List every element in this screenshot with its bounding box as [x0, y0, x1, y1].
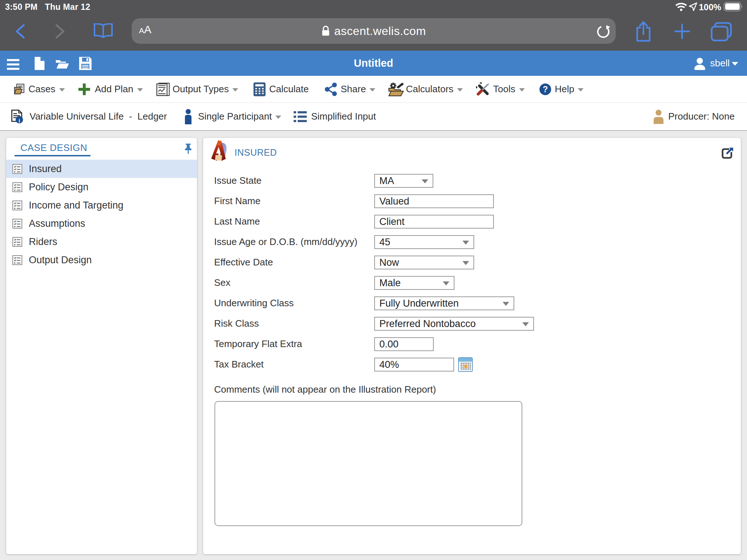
svg-text:?: ?: [543, 85, 548, 94]
svg-text:i: i: [19, 117, 20, 123]
